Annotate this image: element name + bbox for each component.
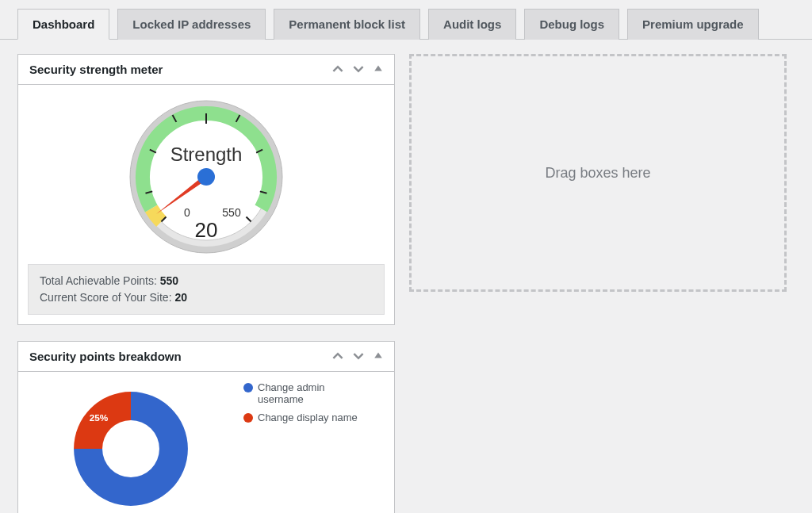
tab-audit-logs[interactable]: Audit logs — [428, 9, 516, 40]
current-score-label: Current Score of Your Site: — [40, 291, 174, 304]
widget-body: Strength 0 550 20 Total Achievable Point… — [18, 85, 394, 324]
widget-header[interactable]: Security points breakdown — [18, 342, 394, 372]
donut-slice-label: 25% — [90, 412, 109, 423]
tab-premium-upgrade[interactable]: Premium upgrade — [627, 9, 759, 40]
legend-label: Change admin username — [258, 381, 362, 405]
donut-legend: Change admin username Change display nam… — [243, 381, 362, 513]
gauge-hub — [197, 168, 215, 186]
gauge-info-box: Total Achievable Points: 550 Current Sco… — [28, 264, 385, 315]
tab-locked-ip[interactable]: Locked IP addresses — [117, 9, 266, 40]
total-points-label: Total Achievable Points: — [40, 274, 160, 287]
gauge: Strength 0 550 20 — [28, 94, 385, 264]
gauge-max: 550 — [222, 206, 241, 219]
dashboard-content: Security strength meter — [0, 40, 812, 513]
move-down-icon[interactable] — [353, 350, 364, 363]
donut-chart: 25% — [28, 381, 234, 513]
widget-header[interactable]: Security strength meter — [18, 55, 394, 85]
total-points-value: 550 — [160, 274, 178, 287]
gauge-min: 0 — [184, 206, 190, 219]
move-up-icon[interactable] — [332, 63, 343, 76]
legend-swatch-icon — [243, 413, 253, 423]
current-score-row: Current Score of Your Site: 20 — [40, 289, 373, 306]
drop-zone-label: Drag boxes here — [545, 165, 650, 182]
total-points-row: Total Achievable Points: 550 — [40, 273, 373, 289]
gauge-value: 20 — [195, 218, 218, 242]
widget-body: 25% Change admin username Change display… — [18, 372, 394, 513]
legend-swatch-icon — [243, 383, 253, 392]
legend-item: Change admin username — [243, 381, 362, 405]
widget-controls — [332, 350, 383, 363]
move-down-icon[interactable] — [353, 63, 364, 76]
tab-permanent-block-list[interactable]: Permanent block list — [274, 9, 420, 40]
tab-debug-logs[interactable]: Debug logs — [524, 9, 619, 40]
column-right: Drag boxes here — [409, 54, 787, 513]
widget-controls — [332, 63, 383, 76]
column-left: Security strength meter — [17, 54, 395, 513]
drop-zone[interactable]: Drag boxes here — [409, 54, 787, 292]
legend-label: Change display name — [258, 412, 358, 423]
gauge-label: Strength — [170, 144, 243, 165]
widget-security-strength-meter: Security strength meter — [17, 54, 395, 325]
toggle-icon[interactable] — [373, 350, 383, 363]
tab-dashboard[interactable]: Dashboard — [17, 9, 109, 40]
widget-title: Security strength meter — [29, 63, 163, 76]
tab-strip: Dashboard Locked IP addresses Permanent … — [0, 8, 812, 40]
current-score-value: 20 — [174, 291, 187, 304]
legend-item: Change display name — [243, 412, 362, 423]
widget-security-points-breakdown: Security points breakdown — [17, 341, 395, 513]
move-up-icon[interactable] — [332, 350, 343, 363]
toggle-icon[interactable] — [373, 63, 383, 76]
widget-title: Security points breakdown — [29, 350, 182, 363]
